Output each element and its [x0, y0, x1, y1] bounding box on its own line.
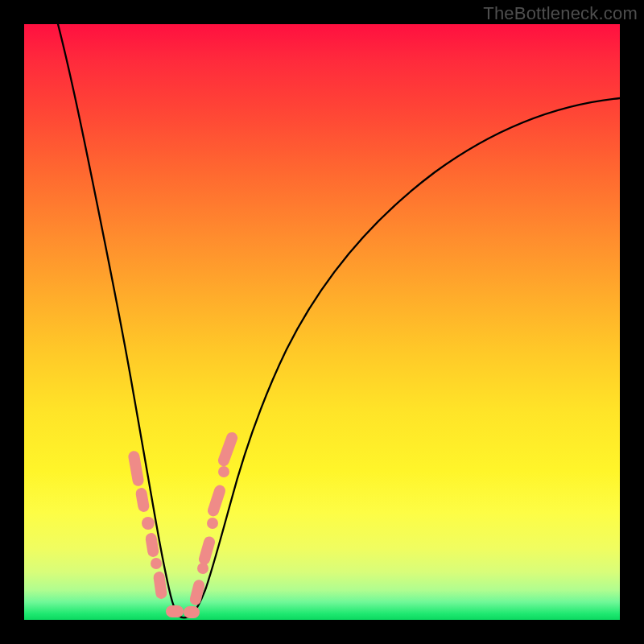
watermark-text: TheBottleneck.com [483, 3, 638, 24]
bead-group-right [188, 431, 239, 606]
svg-rect-12 [206, 484, 227, 518]
plot-area [24, 24, 620, 620]
svg-point-11 [207, 518, 218, 529]
svg-rect-7 [184, 606, 200, 618]
svg-point-13 [218, 466, 229, 477]
bead-group-bottom [166, 605, 200, 618]
svg-point-4 [151, 558, 162, 569]
curve-right-branch [179, 98, 620, 617]
svg-rect-14 [217, 431, 239, 468]
svg-rect-3 [145, 532, 160, 558]
svg-rect-1 [135, 487, 151, 513]
svg-rect-6 [166, 605, 184, 617]
chart-frame: TheBottleneck.com [0, 0, 644, 644]
curve-left-branch [58, 24, 179, 616]
svg-point-2 [142, 517, 155, 530]
curve-svg [24, 24, 620, 620]
svg-rect-0 [127, 450, 144, 487]
